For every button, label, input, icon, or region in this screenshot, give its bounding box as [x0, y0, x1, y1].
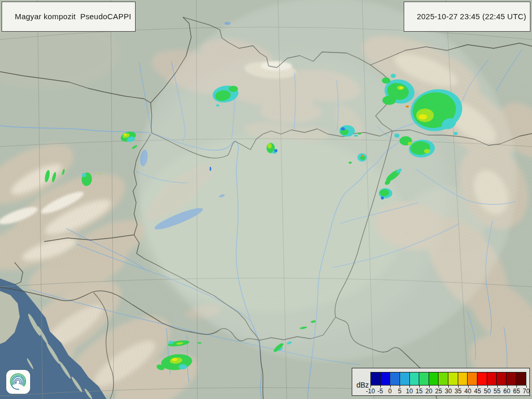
legend-tick-label: 0 [388, 388, 392, 395]
legend-color-box [468, 373, 477, 385]
radar-echo [168, 341, 174, 344]
legend-tick-label: 65 [513, 388, 520, 395]
radar-echo [381, 196, 384, 200]
radar-echo [424, 149, 430, 153]
legend-color-box [381, 373, 391, 385]
hungaromet-logo [6, 370, 30, 394]
legend-color-box [429, 373, 439, 385]
radar-echo [382, 77, 390, 84]
radar-echo [391, 74, 396, 78]
legend-tick-label: 5 [398, 388, 402, 395]
radar-echo [229, 86, 238, 92]
legend-color-box [497, 373, 507, 385]
legend-tick-label: -10 [366, 388, 375, 395]
legend-tick-label: -5 [377, 388, 383, 395]
legend-color-box [410, 373, 420, 385]
radar-echo [124, 134, 127, 136]
dbz-legend: dBz -10-50510152025303540455055606570 [352, 368, 530, 396]
radar-echo [268, 143, 272, 149]
legend-tick-label: 20 [425, 388, 432, 395]
radar-echo [354, 135, 358, 137]
legend-color-box [507, 373, 516, 385]
legend-color-box [438, 373, 448, 385]
timestamp-box: 2025-10-27 23:45 (22:45 UTC) [404, 2, 530, 32]
legend-tick-label: 55 [494, 388, 500, 395]
legend-tick-label: 60 [503, 388, 510, 395]
radar-coverage-overlay [135, 0, 517, 361]
legend-tick-label: 40 [464, 388, 471, 395]
legend-tick-label: 15 [416, 388, 422, 395]
radar-echo [349, 162, 352, 164]
legend-tick-label: 70 [523, 388, 529, 395]
weather-radar-map [0, 0, 532, 399]
legend-color-box [371, 373, 381, 385]
radar-echo [98, 173, 100, 175]
legend-tick-label: 35 [455, 388, 461, 395]
hungaromet-spiral-icon [6, 370, 30, 394]
product-label: Magyar kompozit PseudoCAPPI [15, 12, 131, 21]
legend-color-boxes [370, 372, 526, 385]
radar-echo [179, 364, 187, 369]
legend-color-box [477, 373, 487, 385]
legend-color-box [448, 373, 458, 385]
legend-tick-label: 50 [484, 388, 490, 395]
legend-color-box [419, 373, 429, 385]
radar-echo [274, 149, 277, 152]
legend-colorbar [370, 372, 526, 387]
radar-echo [361, 155, 363, 157]
radar-echo [341, 127, 345, 130]
radar-composite-screen: Magyar kompozit PseudoCAPPI 2025-10-27 2… [0, 0, 532, 399]
legend-color-box [400, 373, 410, 385]
radar-echo [210, 167, 211, 171]
radar-echo [454, 132, 458, 135]
legend-color-box [487, 373, 497, 385]
radar-echo [82, 173, 86, 177]
radar-echo [406, 105, 409, 108]
radar-echo [408, 142, 412, 145]
product-label-box: Magyar kompozit PseudoCAPPI [2, 2, 136, 32]
legend-tick-label: 30 [445, 388, 451, 395]
timestamp-label: 2025-10-27 23:45 (22:45 UTC) [417, 12, 526, 21]
radar-echo [197, 342, 202, 344]
legend-tick-label: 25 [435, 388, 442, 395]
legend-color-box [458, 373, 468, 385]
radar-echo [394, 134, 400, 138]
radar-echo [419, 114, 427, 119]
legend-tick-label: 10 [406, 388, 413, 395]
radar-echo [172, 358, 177, 361]
legend-tick-labels: -10-50510152025303540455055606570 [370, 385, 526, 396]
radar-echo [380, 189, 389, 196]
radar-echo [400, 87, 403, 89]
legend-color-box [390, 373, 400, 385]
radar-echo [382, 96, 396, 105]
radar-echo [216, 104, 219, 107]
radar-echo [358, 132, 361, 135]
legend-color-box [516, 373, 526, 385]
legend-tick-label: 45 [474, 388, 481, 395]
